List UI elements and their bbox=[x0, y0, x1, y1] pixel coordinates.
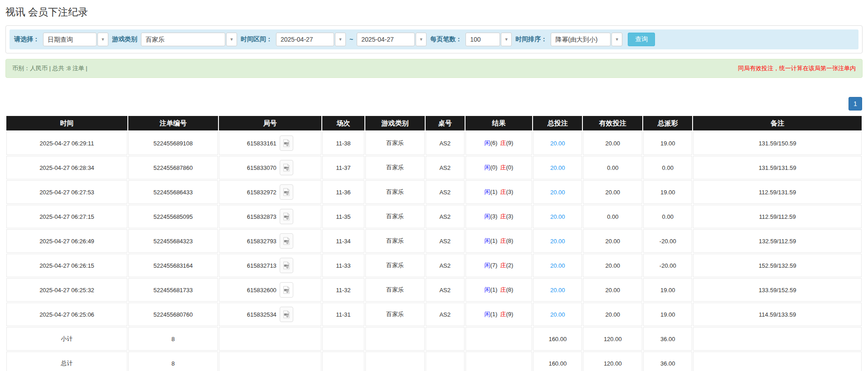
game-type-cell: 百家乐 bbox=[365, 278, 425, 302]
bet-id-cell: 522455683164 bbox=[128, 254, 218, 277]
table-no-cell: AS2 bbox=[426, 205, 465, 228]
banker-result: 庄 bbox=[500, 188, 506, 195]
note-cell: 112.59/131.59 bbox=[693, 180, 862, 204]
header-valid-bet: 有效投注 bbox=[583, 116, 642, 130]
total-bet-link[interactable]: 20.00 bbox=[550, 164, 565, 171]
video-replay-button[interactable] bbox=[280, 160, 293, 175]
date-from-select[interactable]: 2025-04-27 ▼ bbox=[276, 33, 346, 46]
bet-records-table: 时间 注单编号 局号 场次 游戏类别 桌号 结果 总投注 有效投注 总派彩 备注… bbox=[5, 115, 863, 371]
pagination: 1 bbox=[6, 97, 862, 111]
table-no-cell: AS2 bbox=[426, 254, 465, 277]
time-cell: 2025-04-27 06:25:06 bbox=[6, 303, 127, 326]
total-valid-bet: 120.00 bbox=[583, 352, 642, 371]
query-type-select[interactable]: 日期查询 ▼ bbox=[43, 33, 108, 46]
video-replay-button[interactable] bbox=[280, 258, 293, 273]
banker-result: 庄 bbox=[500, 311, 506, 318]
table-row: 2025-04-27 06:25:32 522455681733 6158326… bbox=[6, 278, 862, 302]
header-game-type: 游戏类别 bbox=[365, 116, 425, 130]
time-cell: 2025-04-27 06:25:32 bbox=[6, 278, 127, 302]
subtotal-count: 8 bbox=[128, 327, 218, 351]
chevron-down-icon[interactable]: ▼ bbox=[416, 33, 427, 46]
chevron-down-icon[interactable]: ▼ bbox=[226, 33, 237, 46]
note-cell: 114.59/133.59 bbox=[693, 303, 862, 326]
total-bet-link[interactable]: 20.00 bbox=[550, 238, 565, 245]
table-row: 2025-04-27 06:26:49 522455684323 6158327… bbox=[6, 229, 862, 253]
payout-cell: 0.00 bbox=[643, 156, 692, 179]
video-replay-button[interactable] bbox=[280, 307, 293, 322]
date-to-select[interactable]: 2025-04-27 ▼ bbox=[357, 33, 427, 46]
result-cell: 闲(3)庄(3) bbox=[466, 205, 532, 228]
date-from-value[interactable]: 2025-04-27 bbox=[276, 33, 334, 46]
header-payout: 总派彩 bbox=[643, 116, 692, 130]
subtotal-label: 小计 bbox=[6, 327, 127, 351]
result-cell: 闲(1)庄(9) bbox=[466, 303, 532, 326]
page-size-label: 每页笔数： bbox=[430, 35, 462, 43]
subtotal-row: 小计 8 160.00 120.00 36.00 bbox=[6, 327, 862, 351]
sort-order-select[interactable]: 降幂(由大到小) ▼ bbox=[551, 33, 622, 46]
round-id: 615832713 bbox=[247, 262, 276, 269]
session-cell: 11-35 bbox=[322, 205, 364, 228]
player-result: 闲 bbox=[485, 188, 490, 195]
game-type-select[interactable]: 百家乐 ▼ bbox=[141, 33, 237, 46]
session-cell: 11-36 bbox=[322, 180, 364, 204]
total-bet-link[interactable]: 20.00 bbox=[550, 140, 565, 147]
table-no-cell: AS2 bbox=[426, 180, 465, 204]
valid-bet-cell: 20.00 bbox=[583, 180, 642, 204]
page-size-select[interactable]: 100 ▼ bbox=[466, 33, 512, 46]
note-cell: 131.59/150.59 bbox=[693, 131, 862, 155]
video-replay-button[interactable] bbox=[280, 135, 293, 151]
video-replay-button[interactable] bbox=[280, 233, 293, 249]
currency-total-text: 币别：人民币 | 总共 :8 注单 | bbox=[12, 64, 87, 72]
player-result: 闲 bbox=[485, 311, 490, 318]
video-replay-button[interactable] bbox=[280, 184, 293, 200]
chevron-down-icon[interactable]: ▼ bbox=[97, 33, 108, 46]
session-cell: 11-33 bbox=[322, 254, 364, 277]
video-replay-button[interactable] bbox=[280, 282, 293, 298]
total-bet-link[interactable]: 20.00 bbox=[550, 311, 565, 318]
table-row: 2025-04-27 06:25:06 522455680760 6158325… bbox=[6, 303, 862, 326]
round-cell: 615832713 bbox=[219, 254, 321, 277]
header-total-bet: 总投注 bbox=[533, 116, 582, 130]
total-bet-link[interactable]: 20.00 bbox=[550, 262, 565, 269]
total-label: 总计 bbox=[6, 352, 127, 371]
query-type-value[interactable]: 日期查询 bbox=[43, 33, 97, 46]
video-replay-button[interactable] bbox=[280, 209, 293, 224]
total-bet-cell: 20.00 bbox=[533, 303, 582, 326]
banker-result: 庄 bbox=[500, 140, 506, 146]
total-bet-cell: 20.00 bbox=[533, 131, 582, 155]
game-type-cell: 百家乐 bbox=[365, 180, 425, 204]
grand-total-row: 总计 8 160.00 120.00 36.00 bbox=[6, 352, 862, 371]
sort-order-value[interactable]: 降幂(由大到小) bbox=[551, 33, 611, 46]
subtotal-valid-bet: 120.00 bbox=[583, 327, 642, 351]
video-file-icon bbox=[283, 261, 290, 270]
session-cell: 11-32 bbox=[322, 278, 364, 302]
table-row: 2025-04-27 06:29:11 522455689108 6158331… bbox=[6, 131, 862, 155]
session-cell: 11-37 bbox=[322, 156, 364, 179]
player-result: 闲 bbox=[485, 140, 490, 146]
valid-bet-cell: 0.00 bbox=[583, 156, 642, 179]
chevron-down-icon[interactable]: ▼ bbox=[611, 33, 622, 46]
table-no-cell: AS2 bbox=[426, 303, 465, 326]
total-bet-link[interactable]: 20.00 bbox=[550, 213, 565, 220]
banker-result: 庄 bbox=[500, 164, 506, 171]
total-bet-link[interactable]: 20.00 bbox=[550, 189, 565, 196]
total-bet-cell: 20.00 bbox=[533, 205, 582, 228]
total-bet-link[interactable]: 20.00 bbox=[550, 287, 565, 294]
video-file-icon bbox=[283, 212, 290, 221]
total-bet-cell: 20.00 bbox=[533, 278, 582, 302]
page-size-value[interactable]: 100 bbox=[466, 33, 500, 46]
banker-result: 庄 bbox=[500, 262, 506, 269]
bet-id-cell: 522455689108 bbox=[128, 131, 218, 155]
date-to-value[interactable]: 2025-04-27 bbox=[357, 33, 415, 46]
result-cell: 闲(1)庄(3) bbox=[466, 180, 532, 204]
total-count: 8 bbox=[128, 352, 218, 371]
game-type-value[interactable]: 百家乐 bbox=[141, 33, 225, 46]
search-button[interactable]: 查询 bbox=[628, 33, 655, 46]
chevron-down-icon[interactable]: ▼ bbox=[501, 33, 512, 46]
video-file-icon bbox=[283, 237, 290, 245]
chevron-down-icon[interactable]: ▼ bbox=[335, 33, 346, 46]
pagination-page-1[interactable]: 1 bbox=[849, 97, 862, 111]
video-file-icon bbox=[283, 310, 290, 318]
video-file-icon bbox=[283, 188, 290, 196]
bet-id-cell: 522455684323 bbox=[128, 229, 218, 253]
